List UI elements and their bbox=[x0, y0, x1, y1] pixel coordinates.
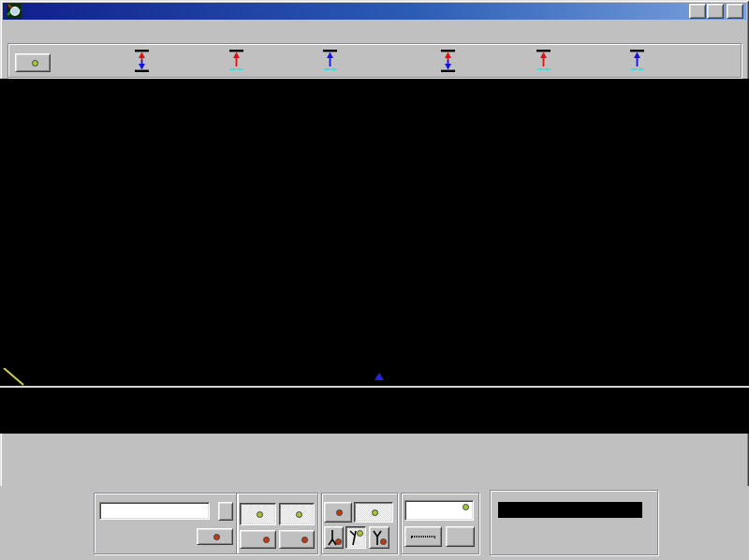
slant-probe-icon bbox=[347, 528, 364, 547]
scope-status-bar bbox=[0, 368, 749, 386]
minimize-button[interactable] bbox=[689, 4, 706, 19]
peak-peak-arrow-icon bbox=[440, 49, 457, 73]
channel-a-button[interactable] bbox=[240, 503, 276, 525]
display-option-1-button[interactable] bbox=[240, 530, 276, 549]
zoom-ratio-display bbox=[404, 500, 474, 521]
menu-help[interactable] bbox=[32, 27, 43, 31]
on-led bbox=[32, 60, 38, 66]
zoom-in-button[interactable] bbox=[446, 526, 475, 547]
maximize-button[interactable] bbox=[707, 4, 724, 19]
sng-led bbox=[336, 509, 343, 516]
single-mode-button[interactable] bbox=[324, 502, 352, 523]
zoom-led bbox=[463, 504, 469, 510]
oscilloscope-display[interactable] bbox=[0, 79, 749, 368]
max-arrow-red-icon bbox=[228, 49, 245, 73]
trace-end-mark bbox=[0, 368, 37, 386]
max-arrow-red-icon bbox=[536, 49, 552, 73]
open-button[interactable] bbox=[197, 528, 233, 545]
y-probe-icon bbox=[371, 528, 388, 547]
probe-mode-1-button[interactable] bbox=[324, 526, 344, 549]
display-option-2-button[interactable] bbox=[279, 530, 315, 549]
inverted-y-probe-icon bbox=[326, 528, 342, 547]
app-window bbox=[0, 0, 749, 560]
file-list-button[interactable] bbox=[218, 502, 233, 521]
close-button[interactable] bbox=[727, 4, 743, 19]
calc-button[interactable] bbox=[354, 502, 393, 523]
open-led bbox=[213, 534, 220, 540]
min-arrow-blue-icon bbox=[322, 49, 339, 73]
zoom-out-label bbox=[411, 536, 435, 538]
peak-peak-arrow-icon bbox=[134, 49, 151, 73]
channel-a-led bbox=[257, 511, 263, 518]
delta-t-readout bbox=[374, 370, 386, 383]
display-option-1-led bbox=[263, 537, 270, 543]
progress-group bbox=[490, 490, 658, 555]
min-arrow-blue-icon bbox=[629, 49, 646, 73]
menu-settings[interactable] bbox=[17, 27, 28, 31]
probe-mode-2-button[interactable] bbox=[345, 526, 366, 549]
delta-triangle-icon bbox=[374, 373, 384, 380]
overview-strip-channel[interactable] bbox=[0, 388, 749, 434]
overview-strip-reference[interactable] bbox=[0, 437, 749, 486]
cursors-on-button[interactable] bbox=[15, 53, 51, 72]
display-option-2-led bbox=[301, 537, 308, 543]
calc-led bbox=[372, 509, 378, 516]
channel-b-button[interactable] bbox=[279, 503, 315, 525]
probe-mode-3-button[interactable] bbox=[369, 526, 389, 549]
title-bar[interactable] bbox=[3, 3, 746, 20]
zoom-out-button[interactable] bbox=[404, 526, 442, 547]
menu-file[interactable] bbox=[2, 27, 13, 31]
app-icon bbox=[7, 4, 22, 19]
channel-b-led bbox=[296, 511, 302, 518]
filename-input[interactable] bbox=[99, 502, 210, 520]
menu-bar bbox=[2, 21, 747, 37]
progress-bar bbox=[498, 502, 642, 518]
